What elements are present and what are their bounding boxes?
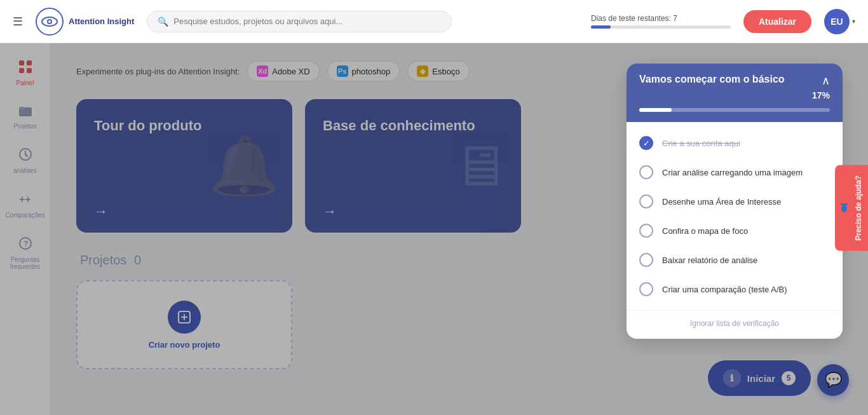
help-tab[interactable]: 👤 Preciso de ajuda? xyxy=(835,165,868,251)
topnav: ☰ Attention Insight 🔍 Dias de teste rest… xyxy=(0,0,868,43)
plugin-sketch-label: Esboço xyxy=(432,67,459,76)
checklist-header: Vamos começar com o básico ∧ 17% xyxy=(627,64,843,108)
brand-name: Attention Insight xyxy=(69,17,134,27)
checklist-text-draw-area: Desenhe uma Área de Interesse xyxy=(662,197,781,207)
checklist-close-button[interactable]: ∧ xyxy=(822,74,830,88)
knowledge-card[interactable]: Base de conhecimento → 🖥 xyxy=(305,99,521,233)
folder-icon xyxy=(18,104,32,120)
help-tab-icon: 👤 xyxy=(840,203,849,213)
check-circle-create-analysis xyxy=(639,165,653,179)
check-circle-download-report xyxy=(639,253,653,267)
trial-bar-fill xyxy=(591,25,611,29)
check-circle-ab-test xyxy=(639,282,653,296)
iniciar-label: Iniciar xyxy=(747,373,775,384)
sidebar-item-painel[interactable]: Painel xyxy=(3,53,48,93)
knowledge-card-arrow: → xyxy=(323,203,503,220)
tour-card-title: Tour do produto xyxy=(94,117,275,135)
clock-icon xyxy=(18,147,32,165)
logo[interactable]: Attention Insight xyxy=(36,8,134,36)
sidebar-label-projetos: Projetos xyxy=(13,123,37,130)
avatar: EU xyxy=(824,9,850,34)
sidebar-label-faq: Perguntas frequentes xyxy=(8,256,43,270)
hamburger-icon[interactable]: ☰ xyxy=(13,15,23,29)
checklist-item-create-analysis[interactable]: Criar análise carregando uma imagem xyxy=(627,158,843,187)
checklist-percent: 17% xyxy=(812,90,830,100)
plugin-photoshop[interactable]: Ps photoshop xyxy=(327,61,400,81)
tour-card[interactable]: Tour do produto → 🔔 xyxy=(76,99,292,233)
plugin-sketch[interactable]: ◆ Esboço xyxy=(407,61,469,81)
checklist-item-focus-map[interactable]: Confira o mapa de foco xyxy=(627,216,843,245)
sidebar-label-comparacoes: Comparações xyxy=(5,212,44,219)
chat-icon: 💬 xyxy=(825,372,842,388)
logo-icon xyxy=(36,8,64,36)
sidebar: Painel Projetos análises ++ Comparações … xyxy=(0,43,51,415)
plugin-adobexd-label: Adobe XD xyxy=(272,67,309,76)
plugins-label: Experimente os plug-ins do Attention Ins… xyxy=(76,67,240,76)
checklist-item-draw-area[interactable]: Desenhe uma Área de Interesse xyxy=(627,187,843,216)
checklist-text-create-analysis: Criar análise carregando uma imagem xyxy=(662,168,803,177)
grid-icon xyxy=(18,60,32,77)
checklist-item-download-report[interactable]: Baixar relatório de análise xyxy=(627,245,843,275)
svg-rect-3 xyxy=(19,60,24,65)
new-project-label: Criar novo projeto xyxy=(149,340,220,350)
knowledge-card-bg-icon: 🖥 xyxy=(451,133,508,199)
iniciar-icon: ℹ xyxy=(723,369,741,387)
iniciar-badge: 5 xyxy=(782,371,796,385)
check-circle-focus-map xyxy=(639,224,653,238)
checklist-item-create-account[interactable]: ✓ Crie a sua conta aqui xyxy=(627,128,843,158)
sidebar-item-analises[interactable]: análises xyxy=(3,141,48,180)
trial-progress-bar xyxy=(591,25,731,29)
xd-icon: Xd xyxy=(257,65,268,77)
svg-point-2 xyxy=(48,20,51,23)
svg-text:?: ? xyxy=(24,240,28,248)
new-project-card[interactable]: Criar novo projeto xyxy=(76,280,292,369)
checklist-footer: Ignorar lista de verificação xyxy=(627,310,843,339)
sidebar-item-projetos[interactable]: Projetos xyxy=(3,98,48,136)
help-tab-label: Preciso de ajuda? xyxy=(854,175,863,241)
checklist-text-focus-map: Confira o mapa de foco xyxy=(662,226,748,236)
plusplus-icon: ++ xyxy=(18,192,32,209)
new-project-icon xyxy=(168,301,201,334)
ps-icon: Ps xyxy=(337,65,348,77)
sidebar-label-analises: análises xyxy=(13,167,37,174)
plugin-photoshop-label: photoshop xyxy=(352,67,391,76)
svg-rect-8 xyxy=(19,107,25,109)
trial-text: Dias de teste restantes: 7 xyxy=(591,14,677,23)
checklist-text-download-report: Baixar relatório de análise xyxy=(662,255,757,265)
svg-text:++: ++ xyxy=(19,194,31,205)
user-avatar-area[interactable]: EU ▾ xyxy=(824,9,855,34)
checklist-items: ✓ Crie a sua conta aqui Criar análise ca… xyxy=(627,122,843,310)
checklist-title: Vamos começar com o básico xyxy=(639,74,785,85)
plugin-adobexd[interactable]: Xd Adobe XD xyxy=(247,61,319,81)
ignore-link[interactable]: Ignorar lista de verificação xyxy=(690,319,779,328)
svg-rect-4 xyxy=(27,60,32,65)
sidebar-item-faq[interactable]: ? Perguntas frequentes xyxy=(3,230,48,276)
chevron-down-icon: ▾ xyxy=(852,18,855,25)
tour-card-arrow: → xyxy=(94,203,275,220)
check-circle-create-account: ✓ xyxy=(639,136,653,150)
sidebar-item-comparacoes[interactable]: ++ Comparações xyxy=(3,186,48,225)
question-icon: ? xyxy=(18,236,32,254)
search-input[interactable] xyxy=(173,17,441,26)
chat-button[interactable]: 💬 xyxy=(817,364,849,396)
checklist-item-ab-test[interactable]: Criar uma comparação (teste A/B) xyxy=(627,275,843,304)
checklist-text-ab-test: Criar uma comparação (teste A/B) xyxy=(662,285,787,294)
iniciar-button[interactable]: ℹ Iniciar 5 xyxy=(708,360,811,396)
svg-rect-5 xyxy=(19,68,24,73)
knowledge-card-title: Base de conhecimento xyxy=(323,117,503,135)
sketch-icon: ◆ xyxy=(417,65,428,77)
trial-info: Dias de teste restantes: 7 xyxy=(591,14,731,29)
search-icon: 🔍 xyxy=(158,17,168,27)
tour-card-bg-icon: 🔔 xyxy=(208,133,280,200)
checklist-progress-container xyxy=(627,108,843,122)
upgrade-button[interactable]: Atualizar xyxy=(743,10,811,33)
check-circle-draw-area xyxy=(639,194,653,208)
search-bar: 🔍 xyxy=(147,11,452,32)
checklist-progress-bar xyxy=(639,108,830,112)
sidebar-label-painel: Painel xyxy=(17,79,34,86)
checklist-text-create-account: Crie a sua conta aqui xyxy=(662,139,740,148)
svg-rect-6 xyxy=(27,68,32,73)
checklist-progress-fill xyxy=(639,108,672,112)
checklist-panel: Vamos começar com o básico ∧ 17% ✓ Crie … xyxy=(627,64,843,339)
